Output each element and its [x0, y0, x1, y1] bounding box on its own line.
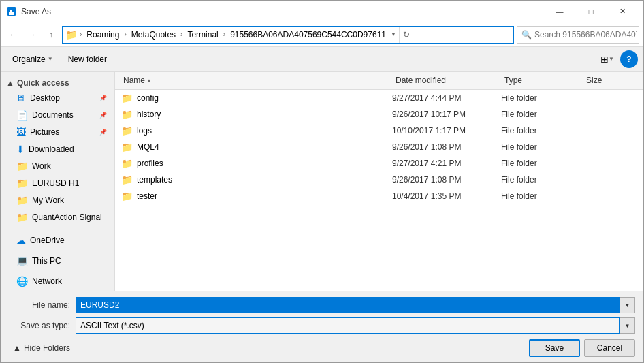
organize-label: Organize — [12, 54, 46, 64]
refresh-button[interactable]: ↻ — [399, 26, 414, 44]
sidebar-item-downloads[interactable]: ⬇ Downloaded — [2, 141, 113, 157]
savetype-combo-arrow[interactable]: ▼ — [620, 317, 635, 334]
col-name-header[interactable]: Name ▲ — [120, 74, 393, 86]
pin-icon-docs: 📌 — [99, 112, 107, 119]
folder-icon: 📁 — [121, 125, 133, 136]
savetype-input[interactable] — [76, 317, 620, 334]
table-row[interactable]: 📁 tester 10/4/2017 1:35 PM File folder — [115, 188, 643, 204]
sidebar-item-desktop-label: Desktop — [30, 93, 60, 103]
filename-combo: ▼ — [76, 297, 635, 313]
sidebar-item-thispc-label: This PC — [32, 256, 61, 266]
folder-icon: 📁 — [121, 142, 133, 153]
file-type: File folder — [501, 159, 583, 168]
file-type: File folder — [501, 126, 583, 136]
file-type: File folder — [501, 110, 583, 119]
help-button[interactable]: ? — [620, 50, 638, 68]
up-button[interactable]: ↑ — [43, 27, 59, 43]
save-button[interactable]: Save — [529, 339, 580, 357]
file-list-header: Name ▲ Date modified Type Size — [115, 72, 643, 90]
view-button[interactable]: ⊞ ▼ — [597, 50, 617, 68]
sidebar-item-onedrive-label: OneDrive — [30, 236, 65, 245]
table-row[interactable]: 📁 history 9/26/2017 10:17 PM File folder — [115, 106, 643, 123]
col-date-header[interactable]: Date modified — [393, 74, 502, 86]
search-box[interactable]: 🔍 — [517, 26, 639, 44]
col-type-header[interactable]: Type — [502, 74, 583, 86]
table-row[interactable]: 📁 MQL4 9/26/2017 1:08 PM File folder — [115, 139, 643, 155]
quick-access-toggle: ▲ — [6, 78, 14, 88]
breadcrumb-dropdown-arrow[interactable]: ▼ — [389, 30, 398, 39]
organize-arrow: ▼ — [48, 56, 53, 62]
sidebar-item-onedrive[interactable]: ☁ OneDrive — [2, 232, 113, 249]
file-date: 9/26/2017 1:08 PM — [392, 175, 501, 185]
filename-row: File name: ▼ — [9, 297, 635, 313]
sidebar-item-network[interactable]: 🌐 Network — [2, 273, 113, 289]
file-name: tester — [137, 191, 157, 201]
forward-button[interactable]: → — [24, 27, 40, 43]
breadcrumb-roaming[interactable]: Roaming — [84, 29, 121, 40]
table-row[interactable]: 📁 profiles 9/27/2017 4:21 PM File folder — [115, 155, 643, 172]
minimize-button[interactable]: — — [544, 1, 575, 22]
col-name-label: Name — [123, 76, 145, 85]
breadcrumb-folder-icon: 📁 — [65, 29, 77, 40]
sidebar-item-eurusd[interactable]: 📁 EURUSD H1 — [2, 175, 113, 191]
savetype-combo: ▼ — [76, 317, 635, 334]
cancel-button[interactable]: Cancel — [584, 339, 635, 357]
table-row[interactable]: 📁 logs 10/10/2017 1:17 PM File folder — [115, 123, 643, 139]
address-box[interactable]: 📁 › Roaming › MetaQuotes › Terminal › 91… — [62, 26, 514, 44]
svg-rect-2 — [9, 12, 14, 15]
organize-button[interactable]: Organize ▼ — [6, 50, 59, 68]
eurusd-icon: 📁 — [16, 178, 28, 189]
sidebar-item-work[interactable]: 📁 Work — [2, 158, 113, 174]
breadcrumb-hash[interactable]: 915566BA06ADA407569C544CC0D97611 — [228, 29, 388, 40]
cancel-label: Cancel — [597, 343, 622, 353]
onedrive-icon: ☁ — [16, 235, 26, 246]
folder-icon: 📁 — [121, 158, 133, 169]
file-date: 9/27/2017 4:44 PM — [392, 93, 501, 103]
table-row[interactable]: 📁 config 9/27/2017 4:44 PM File folder — [115, 90, 643, 106]
table-row[interactable]: 📁 templates 9/26/2017 1:08 PM File folde… — [115, 172, 643, 188]
col-size-label: Size — [586, 76, 602, 85]
breadcrumb-terminal[interactable]: Terminal — [185, 29, 220, 40]
sidebar-item-pictures-label: Pictures — [30, 127, 59, 137]
address-bar-row: ← → ↑ 📁 › Roaming › MetaQuotes › Termina… — [1, 22, 643, 47]
sidebar-item-network-label: Network — [32, 277, 62, 286]
sidebar-item-mywork-label: My Work — [32, 195, 64, 205]
col-size-header[interactable]: Size — [583, 74, 638, 86]
file-type: File folder — [501, 191, 583, 201]
title-bar-buttons: — □ ✕ — [544, 1, 638, 22]
breadcrumb-metaquotes[interactable]: MetaQuotes — [129, 29, 178, 40]
sidebar-item-eurusd-label: EURUSD H1 — [32, 178, 79, 188]
file-rows-container: 📁 config 9/27/2017 4:44 PM File folder 📁… — [115, 90, 643, 204]
new-folder-label: New folder — [68, 54, 107, 64]
toolbar-row: Organize ▼ New folder ⊞ ▼ ? — [1, 47, 643, 72]
folder-icon: 📁 — [121, 109, 133, 120]
work-icon: 📁 — [16, 161, 28, 172]
folder-icon: 📁 — [121, 174, 133, 185]
quick-access-header[interactable]: ▲ Quick access — [1, 74, 114, 89]
view-arrow: ▼ — [609, 56, 614, 62]
bottom-bar: File name: ▼ Save as type: ▼ ▲ Hide Fold… — [1, 291, 643, 362]
sidebar-item-mywork[interactable]: 📁 My Work — [2, 192, 113, 208]
hide-folders-button[interactable]: ▲ Hide Folders — [9, 341, 74, 355]
downloads-icon: ⬇ — [16, 144, 25, 155]
sidebar-item-documents-label: Documents — [32, 110, 74, 120]
filename-input[interactable] — [76, 297, 620, 313]
back-button[interactable]: ← — [5, 27, 21, 43]
sidebar-item-quantaction[interactable]: 📁 QuantAction Signal — [2, 209, 113, 225]
documents-icon: 📄 — [16, 110, 28, 121]
search-input[interactable] — [534, 30, 637, 40]
close-button[interactable]: ✕ — [607, 1, 638, 22]
sidebar-item-pictures[interactable]: 🖼 Pictures 📌 — [2, 124, 113, 140]
quick-access-label: Quick access — [17, 78, 69, 88]
filename-combo-arrow[interactable]: ▼ — [620, 297, 635, 313]
hide-folders-icon: ▲ — [13, 343, 21, 353]
network-icon: 🌐 — [16, 276, 28, 287]
filename-label: File name: — [9, 300, 70, 310]
dialog-title: Save As — [21, 7, 544, 16]
sidebar-item-desktop[interactable]: 🖥 Desktop 📌 — [2, 90, 113, 106]
sidebar-item-thispc[interactable]: 💻 This PC — [2, 253, 113, 269]
new-folder-button[interactable]: New folder — [62, 50, 113, 68]
col-date-label: Date modified — [396, 76, 446, 85]
sidebar-item-documents[interactable]: 📄 Documents 📌 — [2, 107, 113, 123]
maximize-button[interactable]: □ — [575, 1, 607, 22]
